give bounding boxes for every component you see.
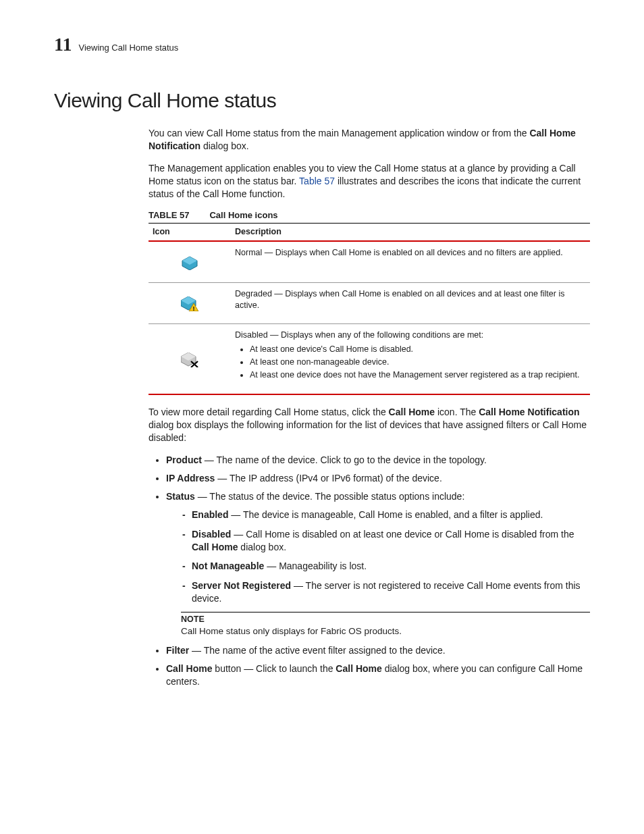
list-item: Filter — The name of the active event fi… xyxy=(166,644,590,657)
text: dialog box displays the following inform… xyxy=(149,419,587,443)
desc-cell: Normal — Displays when Call Home is enab… xyxy=(231,241,590,283)
desc-cell: Disabled — Displays when any of the foll… xyxy=(231,323,590,394)
term: Filter xyxy=(166,645,189,656)
text: — Manageability is lost. xyxy=(264,561,367,571)
text: button — Click to launch the xyxy=(212,663,336,674)
text: — The name of the device. Click to go to… xyxy=(202,454,487,465)
text: — The name of the active event filter as… xyxy=(189,645,446,656)
status-sublist: Enabled — The device is manageable, Call… xyxy=(166,509,590,605)
running-header-title: Viewing Call Home status xyxy=(78,43,178,53)
text: Disabled — Displays when any of the foll… xyxy=(235,330,483,340)
list-item: Call Home button — Click to launch the C… xyxy=(166,662,590,688)
term-call-home-notification: Call Home Notification xyxy=(479,407,579,417)
condition-list: At least one device's Call Home is disab… xyxy=(235,344,586,381)
table-row: Normal — Displays when Call Home is enab… xyxy=(149,241,590,283)
intro-para-2: The Management application enables you t… xyxy=(149,162,590,201)
desc-cell: Degraded — Displays when Call Home is en… xyxy=(231,282,590,323)
text: dialog box. xyxy=(200,140,249,151)
text: To view more detail regarding Call Home … xyxy=(149,407,389,417)
table-row: Disabled — Displays when any of the foll… xyxy=(149,323,590,394)
text: — The device is manageable, Call Home is… xyxy=(228,509,543,520)
note: NOTE Call Home status only displays for … xyxy=(181,612,590,637)
term: Status xyxy=(166,491,195,502)
term: Call Home xyxy=(336,663,381,674)
term: Call Home xyxy=(192,542,238,552)
table-number: TABLE 57 xyxy=(149,210,189,220)
term: Not Manageable xyxy=(192,561,264,571)
text: icon. The xyxy=(435,407,479,417)
term: Call Home xyxy=(166,663,212,674)
list-item: IP Address — The IP address (IPv4 or IPv… xyxy=(166,472,590,485)
note-label: NOTE xyxy=(181,614,590,625)
note-text: Call Home status only displays for Fabri… xyxy=(181,625,590,637)
list-item: Not Manageable — Manageability is lost. xyxy=(182,560,590,573)
text: — The IP address (IPv4 or IPv6 format) o… xyxy=(215,473,441,484)
call-home-icons-table: Icon Description Normal — Displays xyxy=(149,223,590,395)
page: 11 Viewing Call Home status Viewing Call… xyxy=(0,0,644,722)
table-row: ! Degraded — Displays when Call Home is … xyxy=(149,282,590,323)
icon-cell xyxy=(149,241,231,283)
degraded-status-icon: ! xyxy=(181,296,198,311)
normal-status-icon xyxy=(181,255,198,270)
text: — Call Home is disabled on at least one … xyxy=(231,529,574,540)
term: Server Not Registered xyxy=(192,580,291,591)
col-header-description: Description xyxy=(231,224,590,241)
icon-cell: ! xyxy=(149,282,231,323)
list-item: Product — The name of the device. Click … xyxy=(166,454,590,467)
list-item: Status — The status of the device. The p… xyxy=(166,490,590,637)
list-item: Server Not Registered — The server is no… xyxy=(182,579,590,605)
col-header-icon: Icon xyxy=(149,224,231,241)
list-item: Enabled — The device is manageable, Call… xyxy=(182,509,590,521)
after-table-para: To view more detail regarding Call Home … xyxy=(149,406,590,444)
disabled-status-icon xyxy=(181,353,198,367)
svg-text:!: ! xyxy=(193,305,195,311)
text: You can view Call Home status from the m… xyxy=(149,128,529,138)
term: Product xyxy=(166,454,202,465)
term-call-home: Call Home xyxy=(389,407,435,417)
running-header: 11 Viewing Call Home status xyxy=(54,34,590,55)
chapter-number: 11 xyxy=(54,34,72,55)
text: dialog box. xyxy=(238,542,286,552)
table-caption: TABLE 57Call Home icons xyxy=(149,209,590,221)
icon-cell xyxy=(149,323,231,394)
list-item: At least one device does not have the Ma… xyxy=(250,369,586,381)
text: — The status of the device. The possible… xyxy=(195,491,465,502)
list-item: At least one non-manageable device. xyxy=(250,357,586,368)
page-title: Viewing Call Home status xyxy=(54,89,590,112)
table-title: Call Home icons xyxy=(209,210,277,220)
field-list: Product — The name of the device. Click … xyxy=(149,454,590,688)
table-link[interactable]: Table 57 xyxy=(299,176,335,186)
list-item: Disabled — Call Home is disabled on at l… xyxy=(182,528,590,554)
term: Enabled xyxy=(192,509,228,520)
term: Disabled xyxy=(192,529,231,540)
list-item: At least one device's Call Home is disab… xyxy=(250,344,586,355)
body: You can view Call Home status from the m… xyxy=(149,127,590,688)
intro-para-1: You can view Call Home status from the m… xyxy=(149,127,590,153)
term: IP Address xyxy=(166,473,215,484)
